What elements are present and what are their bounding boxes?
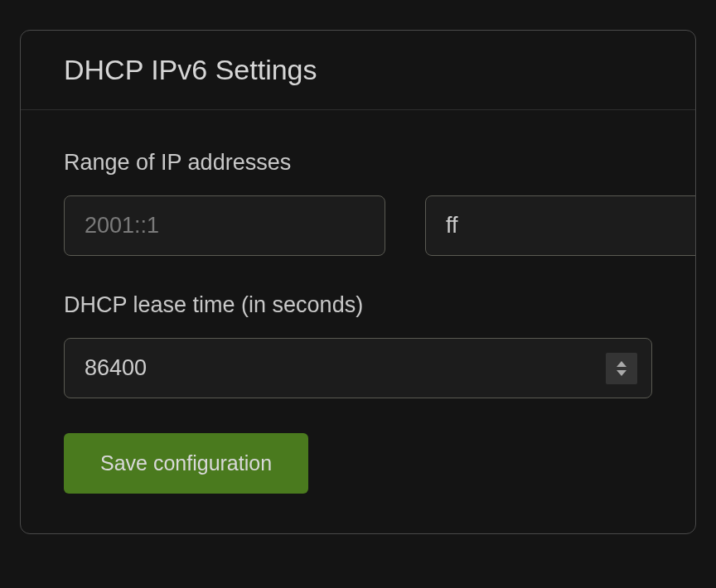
card-title: DHCP IPv6 Settings: [64, 54, 652, 86]
lease-time-stepper[interactable]: [606, 353, 637, 384]
ip-range-start-input[interactable]: [64, 195, 385, 256]
ip-range-label: Range of IP addresses: [64, 150, 652, 176]
card-body: Range of IP addresses DHCP lease time (i…: [21, 110, 695, 533]
card-header: DHCP IPv6 Settings: [21, 31, 695, 110]
save-button[interactable]: Save configuration: [64, 433, 308, 494]
chevron-up-icon: [617, 361, 626, 367]
lease-time-label: DHCP lease time (in seconds): [64, 292, 652, 318]
ip-range-row: [64, 195, 652, 256]
ip-range-end-input[interactable]: [425, 195, 696, 256]
lease-time-wrap: [64, 338, 652, 398]
dhcp-ipv6-settings-card: DHCP IPv6 Settings Range of IP addresses…: [20, 30, 696, 534]
lease-time-input[interactable]: [64, 338, 652, 398]
chevron-down-icon: [617, 370, 626, 376]
